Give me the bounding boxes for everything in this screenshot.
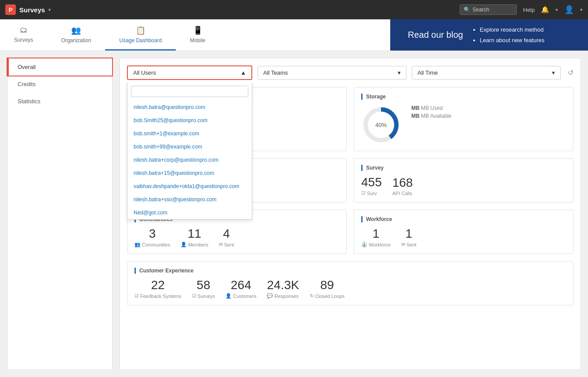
dropdown-item-4[interactable]: nilesh.batra+corp@questionpro.com xyxy=(127,153,252,167)
brand-label[interactable]: Surveys xyxy=(19,6,45,14)
cx-responses-count: 24.3K xyxy=(267,279,299,291)
notifications-chevron-icon[interactable]: ▾ xyxy=(555,7,558,13)
tab-usage-dashboard-label: Usage Dashboard xyxy=(119,37,162,44)
workforce-card-stats: 1 👔 Workforce 1 ✉ Sent xyxy=(361,228,566,247)
tab-organization[interactable]: 👥 Organization xyxy=(47,19,105,51)
workforce-sent-stat: 1 ✉ Sent xyxy=(401,228,417,247)
dropdown-item-7[interactable]: nilesh.batra+sso@questionpro.com xyxy=(127,193,252,206)
mobile-icon: 📱 xyxy=(193,25,203,35)
cx-responses-icon: 💬 xyxy=(267,293,273,299)
cx-surveys-label: ☑ Surveys xyxy=(192,293,215,299)
workforce-label: 👔 Workforce xyxy=(361,242,391,247)
storage-donut-container: 40% xyxy=(361,105,401,145)
dropdown-item-1[interactable]: bob.Smith25@questionpro.com xyxy=(127,114,252,127)
cx-feedback-label: ☑ Feedback Systems xyxy=(134,293,181,299)
workforce-sent-count: 1 xyxy=(401,228,417,240)
dropdown-item-2[interactable]: bob.smith+1@example.com xyxy=(127,127,252,140)
tab-surveys[interactable]: 🗂 Surveys xyxy=(0,19,47,51)
survey-count: 455 xyxy=(361,176,382,188)
dropdown-item-5[interactable]: nilesh.batra+15@questionpro.com xyxy=(127,167,252,180)
member-icon: 👤 xyxy=(181,242,187,247)
user-chevron-icon[interactable]: ▾ xyxy=(580,7,583,13)
tab-organization-label: Organization xyxy=(61,37,91,44)
dropdown-item-8[interactable]: Ned@got.com xyxy=(127,206,252,219)
sidebar-item-statistics[interactable]: Statistics xyxy=(7,93,112,110)
notifications-icon[interactable]: 🔔 xyxy=(541,6,549,14)
time-filter-chevron-icon: ▾ xyxy=(552,69,555,76)
api-calls-label: API Calls xyxy=(392,191,413,196)
tab-usage-dashboard[interactable]: 📋 Usage Dashboard xyxy=(105,19,176,51)
users-filter-container: All Users ▲ nilesh.batra@questionpro.com… xyxy=(127,65,252,80)
users-filter-label: All Users xyxy=(133,69,156,76)
sidebar-item-credits[interactable]: Credits xyxy=(7,76,112,93)
user-avatar-icon[interactable]: 👤 xyxy=(564,5,574,14)
storage-percent-label: 40% xyxy=(375,122,387,128)
teams-filter-label: All Teams xyxy=(263,69,288,76)
storage-card: Storage 40% MB MB Used xyxy=(354,87,573,151)
tab-mobile[interactable]: 📱 Mobile xyxy=(176,19,219,51)
nav-right: 🔍 Search Help 🔔 ▾ 👤 ▾ xyxy=(460,4,583,15)
communities-count: 3 xyxy=(134,228,170,240)
main-panel: All Users ▲ nilesh.batra@questionpro.com… xyxy=(120,58,581,370)
survey-card-stats: 455 ☑ Surv 168 API Calls xyxy=(361,176,566,196)
storage-card-title: Storage xyxy=(361,94,566,100)
cx-customers-stat: 264 👤 Customers xyxy=(225,279,256,299)
communities-sent-label: ✉ Sent xyxy=(219,242,234,247)
users-dropdown-menu: nilesh.batra@questionpro.com bob.Smith25… xyxy=(127,82,252,220)
cx-customers-label: 👤 Customers xyxy=(225,293,256,299)
search-label: Search xyxy=(472,7,489,13)
time-filter-dropdown[interactable]: All Time ▾ xyxy=(412,66,561,80)
communities-label: 👥 Communities xyxy=(134,242,170,247)
teams-filter-dropdown[interactable]: All Teams ▾ xyxy=(258,66,407,80)
cx-loops-icon: ↻ xyxy=(310,293,314,299)
teams-filter-chevron-icon: ▾ xyxy=(398,69,401,76)
survey-card-title: Survey xyxy=(361,165,566,171)
help-label[interactable]: Help xyxy=(523,7,535,13)
content-area: Overall Credits Statistics All Users ▲ n… xyxy=(0,51,588,377)
nav-left: P Surveys ▾ xyxy=(5,4,51,15)
dropdown-item-3[interactable]: bob.smith+99@example.com xyxy=(127,140,252,153)
cx-surveys-count: 58 xyxy=(192,279,215,291)
time-filter-label: All Time xyxy=(417,69,438,76)
cx-customers-count: 264 xyxy=(225,279,256,291)
users-filter-chevron-icon: ▲ xyxy=(240,69,246,76)
dropdown-item-6[interactable]: vaibhav.deshpande+okta1@questionpro.com xyxy=(127,180,252,193)
workforce-card: Workforce 1 👔 Workforce 1 ✉ Sent xyxy=(354,210,573,254)
blog-banner[interactable]: Read our blog Explore research method Le… xyxy=(390,19,588,51)
search-box[interactable]: 🔍 Search xyxy=(460,4,517,15)
surveys-icon: 🗂 xyxy=(20,25,28,35)
api-calls-count: 168 xyxy=(392,177,413,189)
dropdown-search-input[interactable] xyxy=(131,86,248,97)
cx-feedback-count: 22 xyxy=(134,279,181,291)
cx-customers-icon: 👤 xyxy=(225,293,232,299)
workforce-icon: 👔 xyxy=(361,242,367,247)
checkbox-icon: ☑ xyxy=(361,190,366,196)
members-stat: 11 👤 Members xyxy=(181,228,208,247)
brand-chevron-icon[interactable]: ▾ xyxy=(48,7,51,13)
storage-used: MB MB Used xyxy=(411,105,451,111)
organization-icon: 👥 xyxy=(71,25,81,35)
envelope-icon: ✉ xyxy=(219,242,223,247)
refresh-icon[interactable]: ↺ xyxy=(568,69,573,77)
workforce-count-stat: 1 👔 Workforce xyxy=(361,228,391,247)
storage-card-content: 40% MB MB Used MB MB Available xyxy=(361,105,566,145)
communities-sent-count: 4 xyxy=(219,228,234,240)
workforce-card-title: Workforce xyxy=(361,216,566,222)
members-count: 11 xyxy=(181,228,208,240)
feedback-icon: ☑ xyxy=(134,293,139,299)
sidebar-item-overall[interactable]: Overall xyxy=(7,58,112,76)
cx-checkbox-icon: ☑ xyxy=(192,293,196,299)
cx-closed-loops-stat: 89 ↻ Closed Loops xyxy=(310,279,345,299)
filter-row: All Users ▲ nilesh.batra@questionpro.com… xyxy=(127,65,573,80)
community-icon: 👥 xyxy=(134,242,141,247)
cx-closed-loops-count: 89 xyxy=(310,279,345,291)
api-calls-stat: 168 API Calls xyxy=(392,177,413,196)
blog-bullets: Explore research method Learn about new … xyxy=(472,25,544,45)
members-label: 👤 Members xyxy=(181,242,208,247)
top-navigation: P Surveys ▾ 🔍 Search Help 🔔 ▾ 👤 ▾ xyxy=(0,0,588,19)
cx-feedback-stat: 22 ☑ Feedback Systems xyxy=(134,279,181,299)
dropdown-item-0[interactable]: nilesh.batra@questionpro.com xyxy=(127,101,252,114)
storage-stats: MB MB Used MB MB Available xyxy=(411,105,451,119)
cx-closed-loops-label: ↻ Closed Loops xyxy=(310,293,345,299)
users-filter-dropdown[interactable]: All Users ▲ xyxy=(127,65,252,80)
